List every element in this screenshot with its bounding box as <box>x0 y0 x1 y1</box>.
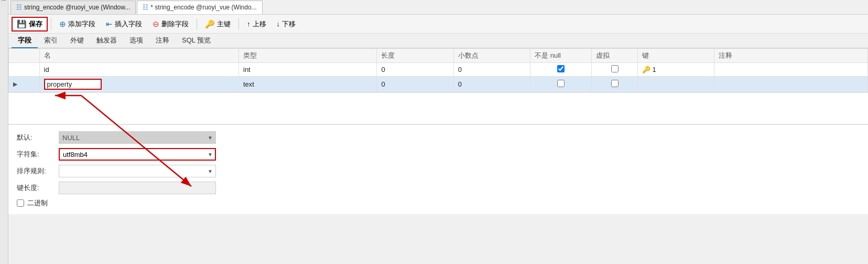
col-virtual-header: 虚拟 <box>592 49 638 63</box>
prop-default-label: 默认: <box>17 133 59 142</box>
col-decimal-header: 小数点 <box>453 49 530 63</box>
toolbar-sep-1 <box>51 18 51 30</box>
prop-default-select[interactable]: NULL <box>59 131 216 144</box>
move-up-label: 上移 <box>253 19 266 29</box>
tab-comments[interactable]: 注释 <box>149 34 176 48</box>
title-bar: ☷ string_encode @ruoyi_vue (Window... ☷ … <box>8 0 868 15</box>
row2-name[interactable]: property <box>39 77 238 92</box>
row2-comment[interactable] <box>714 77 868 92</box>
prop-charset-label: 字符集: <box>17 150 59 159</box>
title-tab-2[interactable]: ☷ * string_encode @ruoyi_vue (Windo... <box>137 1 262 14</box>
row1-comment[interactable] <box>714 63 868 77</box>
add-field-button[interactable]: ⊕ 添加字段 <box>55 17 100 31</box>
row2-length[interactable]: 0 <box>377 77 453 92</box>
row2-not-null-checkbox[interactable] <box>557 80 565 87</box>
empty-space <box>8 93 868 124</box>
row1-not-null-checkbox[interactable] <box>557 65 565 72</box>
tab-fields[interactable]: 字段 <box>12 34 38 48</box>
key-icon: 🔑 <box>205 19 215 29</box>
table-icon-2: ☷ <box>143 4 148 11</box>
primary-key-label: 主键 <box>217 19 231 29</box>
col-not-null-header: 不是 null <box>530 49 592 63</box>
delete-field-label: 删除字段 <box>161 19 189 29</box>
table-icon-1: ☷ <box>16 4 22 11</box>
prop-key-length-input[interactable] <box>59 182 216 194</box>
row1-virtual[interactable] <box>592 63 638 77</box>
tab-sql-preview[interactable]: SQL 预览 <box>176 34 217 48</box>
insert-field-label: 插入字段 <box>115 19 142 29</box>
toolbar-sep-2 <box>197 18 197 30</box>
primary-key-button[interactable]: 🔑 主键 <box>200 17 235 31</box>
col-comment-header: 注释 <box>714 49 868 63</box>
down-icon: ↓ <box>277 20 280 28</box>
row1-decimal[interactable]: 0 <box>453 63 530 77</box>
prop-collation-select[interactable] <box>59 165 216 177</box>
move-down-label: 下移 <box>282 19 296 29</box>
prop-key-length-label: 键长度: <box>17 183 59 193</box>
prop-collation-row: 排序规则: ▼ <box>17 165 860 177</box>
insert-field-button[interactable]: ⇤ 插入字段 <box>101 17 147 31</box>
tab-options[interactable]: 选项 <box>123 34 149 48</box>
insert-icon: ⇤ <box>106 19 113 29</box>
key-icon-row1: 🔑 <box>642 66 650 73</box>
tabs-nav: 字段 索引 外键 触发器 选项 注释 SQL 预览 <box>8 34 868 48</box>
title-tab-1-label: string_encode @ruoyi_vue (Window... <box>24 4 130 11</box>
prop-charset-row: 字符集: utf8mb4 ▼ <box>17 148 860 161</box>
table-row[interactable]: id int 0 0 🔑 1 <box>9 63 868 77</box>
prop-charset-select[interactable]: utf8mb4 <box>59 148 216 161</box>
property-name-edit[interactable]: property <box>44 79 102 90</box>
col-length-header: 长度 <box>377 49 453 63</box>
row2-not-null[interactable] <box>530 77 592 92</box>
up-icon: ↑ <box>247 20 251 28</box>
col-key-header: 键 <box>637 49 714 63</box>
row1-type[interactable]: int <box>239 63 377 77</box>
row1-name[interactable]: id <box>39 63 238 77</box>
add-field-label: 添加字段 <box>68 19 95 29</box>
row1-length[interactable]: 0 <box>377 63 453 77</box>
row2-virtual[interactable] <box>592 77 638 92</box>
prop-binary-row: 二进制 <box>17 198 860 208</box>
fields-table-container: 名 类型 长度 小数点 不是 null 虚拟 键 注释 id int 0 0 <box>8 48 868 93</box>
row2-type[interactable]: text <box>239 77 377 92</box>
row2-indicator: ▶ <box>9 77 40 92</box>
col-name-header: 名 <box>39 49 238 63</box>
tab-indexes[interactable]: 索引 <box>38 34 64 48</box>
prop-binary-checkbox[interactable] <box>17 199 24 207</box>
delete-icon: ⊖ <box>153 19 159 29</box>
col-indicator <box>9 49 40 63</box>
add-icon: ⊕ <box>59 19 66 29</box>
col-type-header: 类型 <box>239 49 377 63</box>
row1-indicator <box>9 63 40 77</box>
move-up-button[interactable]: ↑ 上移 <box>242 17 271 31</box>
move-down-button[interactable]: ↓ 下移 <box>272 17 301 31</box>
title-tab-2-label: * string_encode @ruoyi_vue (Windo... <box>150 4 256 11</box>
save-label: 保存 <box>29 19 42 29</box>
prop-collation-label: 排序规则: <box>17 166 59 176</box>
row1-key: 🔑 1 <box>637 63 714 77</box>
row1-virtual-checkbox[interactable] <box>611 65 619 72</box>
row2-key <box>637 77 714 92</box>
prop-binary-label: 二进制 <box>27 198 48 208</box>
save-button[interactable]: 💾 保存 <box>12 17 48 31</box>
save-icon: 💾 <box>17 19 27 29</box>
row1-not-null[interactable] <box>530 63 592 77</box>
delete-field-button[interactable]: ⊖ 删除字段 <box>148 17 193 31</box>
row1-key-label: 1 <box>653 66 656 73</box>
prop-charset-select-wrapper: utf8mb4 ▼ <box>59 148 216 161</box>
properties-panel: 默认: NULL ▼ 字符集: utf8mb4 ▼ 排序规则: <box>8 124 868 214</box>
prop-default-select-wrapper: NULL ▼ <box>59 131 216 144</box>
tab-triggers[interactable]: 触发器 <box>90 34 123 48</box>
row2-decimal[interactable]: 0 <box>453 77 530 92</box>
table-row[interactable]: ▶ property text 0 0 <box>9 77 868 92</box>
tab-foreign-keys[interactable]: 外键 <box>64 34 90 48</box>
fields-table: 名 类型 长度 小数点 不是 null 虚拟 键 注释 id int 0 0 <box>8 48 868 92</box>
prop-collation-select-wrapper: ▼ <box>59 165 216 177</box>
table-header-row: 名 类型 长度 小数点 不是 null 虚拟 键 注释 <box>9 49 868 63</box>
prop-key-length-row: 键长度: <box>17 182 860 194</box>
prop-default-row: 默认: NULL ▼ <box>17 131 860 144</box>
toolbar-sep-3 <box>238 18 239 30</box>
toolbar: 💾 保存 ⊕ 添加字段 ⇤ 插入字段 ⊖ 删除字段 🔑 主键 ↑ 上移 ↓ 下移 <box>8 15 868 34</box>
title-tab-1[interactable]: ☷ string_encode @ruoyi_vue (Window... <box>10 1 136 14</box>
row2-virtual-checkbox[interactable] <box>611 80 619 87</box>
